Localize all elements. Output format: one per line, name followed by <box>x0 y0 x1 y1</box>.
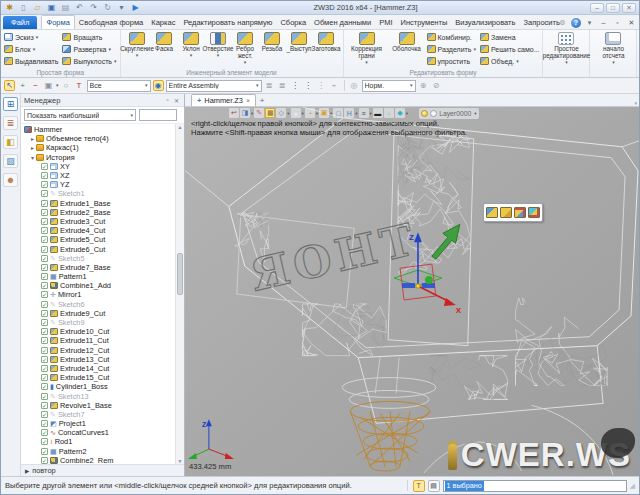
tree-item[interactable]: ✓Extrude9_Cut <box>21 309 184 318</box>
tree-item[interactable]: ✓Combine1_Add <box>21 281 184 290</box>
tree-item[interactable]: ✓Extrude10_Cut <box>21 327 184 336</box>
tree-item[interactable]: ✓Extrude11_Cut <box>21 336 184 345</box>
tree-folder[interactable]: ▸Каркас(1) <box>21 143 184 152</box>
print-icon[interactable]: ▤ <box>60 2 71 13</box>
rib-button[interactable]: Ребро жест.▾ <box>232 31 259 65</box>
checkbox-checked-icon[interactable]: ✓ <box>41 273 48 280</box>
tree-filter-dropdown[interactable]: Показать наибольший▾ <box>24 109 136 121</box>
tab-item[interactable]: Сборка <box>276 16 310 29</box>
checkbox-checked-icon[interactable]: ✓ <box>41 209 48 216</box>
add-select-icon[interactable]: + <box>17 80 28 91</box>
sketch-button[interactable]: Эскиз▾ <box>4 33 58 41</box>
list-view-icon[interactable]: ≣ <box>264 80 275 91</box>
tree-folder[interactable]: ▾История <box>21 153 184 162</box>
tree-item[interactable]: ✓Extrude4_Cut <box>21 226 184 235</box>
tree-item[interactable]: ✓∿ConcatCurves1 <box>21 428 184 437</box>
play-icon[interactable]: ▶ <box>130 2 141 13</box>
tree-item[interactable]: ✓Extrude7_Base <box>21 263 184 272</box>
panel-close-icon[interactable]: ✕ <box>172 96 181 105</box>
checkbox-checked-icon[interactable]: ✓ <box>41 328 48 335</box>
new-file-icon[interactable]: ▯ <box>18 2 29 13</box>
revolve-button[interactable]: Вращать <box>62 33 116 41</box>
tab-scroll-icon[interactable]: ▾ <box>634 100 637 106</box>
tree-scrollbar[interactable]: ▲▼ <box>175 124 184 464</box>
doc-close-icon[interactable]: ✕ <box>626 17 637 28</box>
checkbox-checked-icon[interactable]: ✓ <box>41 190 48 197</box>
tree-item[interactable]: ✓✎Sketch13 <box>21 391 184 400</box>
tab-item[interactable]: Каркас <box>147 16 179 29</box>
exit-icon[interactable]: ↩ <box>229 108 239 118</box>
pick-first-icon[interactable]: ⋮ <box>290 80 301 91</box>
wireframe-icon[interactable]: ◇ <box>276 108 286 118</box>
snap-icon[interactable]: ◎ <box>349 80 360 91</box>
layer-dropdown[interactable]: Layer0000▾ <box>439 110 476 117</box>
checkbox-checked-icon[interactable]: ✓ <box>41 227 48 234</box>
quickpick-shape4-icon[interactable] <box>528 207 540 218</box>
checkbox-checked-icon[interactable]: ✓ <box>41 374 48 381</box>
tree-item[interactable]: ✓Revolve1_Base <box>21 401 184 410</box>
tree-item[interactable]: ✓▦Pattern1 <box>21 272 184 281</box>
panel-pin-icon[interactable]: ▫ <box>163 96 172 105</box>
checkbox-checked-icon[interactable]: ✓ <box>41 310 48 317</box>
tab-item[interactable]: Обмен данными <box>310 16 375 29</box>
light-bulb-icon[interactable] <box>421 110 428 117</box>
checkbox-checked-icon[interactable]: ✓ <box>41 172 48 179</box>
checkbox-checked-icon[interactable]: ✓ <box>41 420 48 427</box>
resize-grip-icon[interactable]: ◢ <box>630 482 635 490</box>
viewport[interactable]: ЯOHT <box>185 107 639 476</box>
checkbox-checked-icon[interactable]: ✓ <box>41 393 48 400</box>
checkbox-checked-icon[interactable]: ✓ <box>41 429 48 436</box>
tab-item[interactable]: PMI <box>375 16 396 29</box>
simplify-button[interactable]: упростить <box>427 57 476 65</box>
close-icon[interactable]: ✕ <box>622 3 636 13</box>
collapse-icon[interactable]: ▾ <box>29 154 36 161</box>
tree-item[interactable]: ✓✛Mirror1 <box>21 290 184 299</box>
tree-item[interactable]: ✓Extrude5_Cut <box>21 235 184 244</box>
checkbox-checked-icon[interactable]: ✓ <box>41 457 48 464</box>
picture-select-icon[interactable]: ▣ <box>43 80 54 91</box>
doc-minimize-icon[interactable]: – <box>598 17 609 28</box>
minimize-icon[interactable]: – <box>590 3 604 13</box>
merge-button[interactable]: Объед.▾ <box>480 57 540 65</box>
new-document-tab-button[interactable]: + <box>256 94 268 106</box>
quickpick-shape2-icon[interactable] <box>500 207 512 218</box>
undo-icon[interactable]: ↶ <box>74 2 85 13</box>
split-view-icon[interactable]: H <box>344 108 354 118</box>
layers-stack-icon[interactable]: ≡ <box>359 108 369 118</box>
list-view2-icon[interactable]: ≣ <box>277 80 288 91</box>
checkbox-checked-icon[interactable]: ✓ <box>41 347 48 354</box>
checkbox-checked-icon[interactable]: ✓ <box>41 383 48 390</box>
window-icon[interactable]: □ <box>333 108 343 118</box>
checkbox-checked-icon[interactable]: ✓ <box>41 181 48 188</box>
combine-ops-button[interactable]: Комбинир. <box>427 33 476 41</box>
tree-item[interactable]: ✓≀Rod1 <box>21 437 184 446</box>
chamfer-button[interactable]: Фаска <box>151 31 178 53</box>
maximize-icon[interactable]: □ <box>606 3 620 13</box>
related-icon[interactable]: ⌁ <box>329 80 340 91</box>
tree-item[interactable]: ✓Extrude1_Base <box>21 199 184 208</box>
replace-button[interactable]: Замена <box>480 33 540 41</box>
snap-option2-icon[interactable]: ⊘ <box>431 80 442 91</box>
scroll-up-icon[interactable]: ▲ <box>178 124 183 130</box>
tree-item[interactable]: ✓✎Sketch1 <box>21 189 184 198</box>
visual-style-icon[interactable]: ▣ <box>319 108 329 118</box>
checkbox-checked-icon[interactable]: ✓ <box>41 411 48 418</box>
thread-button[interactable]: Резьба <box>259 31 286 53</box>
datum-button[interactable]: начало отсчета▾ <box>593 31 633 65</box>
checkbox-checked-icon[interactable]: ✓ <box>41 246 48 253</box>
expand-icon[interactable]: ▸ <box>29 144 36 151</box>
scrollbar-thumb[interactable] <box>177 253 183 295</box>
replay-footer[interactable]: ▶ повтор <box>21 464 184 476</box>
checkbox-checked-icon[interactable]: ✓ <box>41 402 48 409</box>
checkbox-checked-icon[interactable]: ✓ <box>41 356 48 363</box>
fillet-button[interactable]: Скругление▾ <box>124 31 151 58</box>
pick-arrow-icon[interactable]: ↖ <box>4 80 15 91</box>
status-list-icon[interactable]: ▤ <box>428 480 440 492</box>
doc-restore-icon[interactable]: ▫ <box>612 17 623 28</box>
checkbox-checked-icon[interactable]: ✓ <box>41 291 48 298</box>
regen-caret-icon[interactable]: ▾ <box>116 2 127 13</box>
tree-root-hammer[interactable]: Hammer <box>21 125 184 134</box>
face-offset-button[interactable]: Коррекция грани▾ <box>347 31 387 65</box>
status-filter-icon[interactable]: Т <box>413 480 425 492</box>
redo-icon[interactable]: ↷ <box>88 2 99 13</box>
